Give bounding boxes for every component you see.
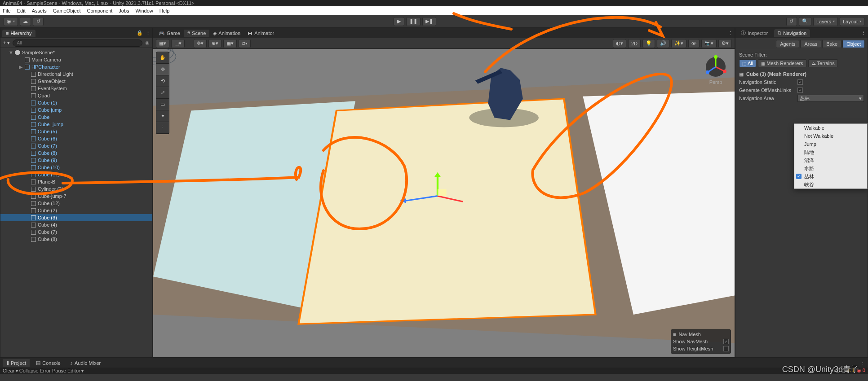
- vp-draw-dropdown[interactable]: ⬚▾: [171, 39, 185, 48]
- scene-root[interactable]: ▼ SampleScene*: [0, 49, 152, 56]
- menu-edit[interactable]: Edit: [17, 8, 26, 13]
- vp-shading-dropdown[interactable]: ▦▾: [156, 39, 169, 48]
- undo-history-button[interactable]: ↺: [786, 17, 797, 26]
- vp-pivot-button[interactable]: ✥▾: [194, 39, 207, 48]
- menu-window[interactable]: Window: [136, 8, 153, 13]
- hierarchy-item[interactable]: Cube (8): [0, 236, 152, 243]
- hierarchy-item[interactable]: Cube (7): [0, 142, 152, 149]
- nav-object-tab[interactable]: Object: [842, 40, 865, 48]
- nav-area-option[interactable]: 沼泽: [794, 156, 867, 164]
- history-button[interactable]: ↺: [33, 17, 44, 26]
- hierarchy-tree[interactable]: ▼ SampleScene* Main Camera▶HPCharacterDi…: [0, 48, 152, 357]
- nav-agents-tab[interactable]: Agents: [776, 40, 799, 48]
- vp-hidden-button[interactable]: 👁: [688, 39, 700, 48]
- search-toolbar-button[interactable]: 🔍: [799, 17, 811, 26]
- cloud-button[interactable]: ☁: [20, 17, 31, 26]
- nav-area-option[interactable]: Walkable: [794, 124, 867, 132]
- tab-animator[interactable]: ⧓ Animator: [244, 30, 278, 37]
- nav-static-checkbox[interactable]: ✓: [797, 79, 803, 85]
- status-info-icon[interactable]: ⓘ 0: [835, 368, 844, 374]
- tool-rect[interactable]: ▭: [156, 99, 169, 110]
- hierarchy-item[interactable]: Cube (6): [0, 135, 152, 142]
- hierarchy-item[interactable]: Directional Light: [0, 70, 152, 78]
- hierarchy-menu-icon[interactable]: ⋮: [146, 30, 151, 36]
- step-button[interactable]: ▶❚: [422, 17, 436, 26]
- hierarchy-item[interactable]: ▶HPCharacter: [0, 63, 152, 70]
- nav-area-option[interactable]: Not Walkable: [794, 132, 867, 140]
- hierarchy-item[interactable]: GameObject: [0, 78, 152, 85]
- hierarchy-item[interactable]: Cube (10): [0, 164, 152, 171]
- nav-area-option[interactable]: 峡谷: [794, 180, 867, 188]
- hierarchy-lock-icon[interactable]: 🔒: [137, 30, 143, 36]
- nav-area-option[interactable]: 水路: [794, 164, 867, 172]
- nav-area-option[interactable]: 陆地: [794, 148, 867, 156]
- tool-transform[interactable]: ✦: [156, 110, 169, 122]
- hierarchy-filter-icon[interactable]: ◉: [145, 40, 150, 46]
- inspector-menu-icon[interactable]: ⋮: [861, 30, 866, 36]
- filter-mesh[interactable]: ▦ Mesh Renderers: [758, 59, 806, 67]
- navigation-tab[interactable]: ⧉ Navigation: [774, 29, 810, 37]
- status-error-icon[interactable]: ◉ 0: [857, 368, 865, 374]
- menu-jobs[interactable]: Jobs: [119, 8, 129, 13]
- vp-camera-button[interactable]: 📷▾: [701, 39, 717, 48]
- inspector-tab[interactable]: ⓘ Inspector: [737, 29, 771, 37]
- gen-links-checkbox[interactable]: ✓: [797, 88, 803, 93]
- status-editor[interactable]: Editor: [67, 368, 80, 373]
- tab-audio[interactable]: ♪ Audio Mixer: [67, 359, 105, 367]
- tab-console[interactable]: ▤ Console: [32, 359, 64, 367]
- nav-area-option[interactable]: Jump: [794, 140, 867, 148]
- vp-audio-button[interactable]: 🔊: [657, 39, 669, 48]
- vp-light-button[interactable]: 💡: [642, 39, 655, 48]
- nav-area-dropdown[interactable]: 丛林▾: [797, 95, 864, 102]
- play-button[interactable]: ▶: [394, 17, 404, 26]
- tool-move[interactable]: ✥: [156, 64, 169, 75]
- filter-all[interactable]: ⬚ All: [739, 59, 756, 67]
- tool-rotate[interactable]: ⟲: [156, 75, 169, 87]
- hierarchy-item[interactable]: Cube (12): [0, 200, 152, 207]
- vp-fx-button[interactable]: ✨▾: [671, 39, 686, 48]
- hierarchy-item[interactable]: Cube (3): [0, 214, 152, 221]
- hierarchy-item[interactable]: Main Camera: [0, 56, 152, 63]
- tab-project[interactable]: ▮ Project: [3, 359, 30, 367]
- menu-gameobject[interactable]: GameObject: [53, 8, 81, 13]
- viewport-menu-icon[interactable]: ⋮: [728, 31, 733, 36]
- nav-area-dropdown-popup[interactable]: WalkableNot WalkableJump陆地沼泽水路丛林峡谷: [794, 123, 868, 189]
- hierarchy-add-button[interactable]: + ▾: [3, 40, 10, 46]
- menu-help[interactable]: Help: [159, 8, 170, 13]
- vp-gizmos-button[interactable]: ⚙▾: [718, 39, 732, 48]
- hierarchy-item[interactable]: Cube (1): [0, 99, 152, 106]
- account-dropdown[interactable]: ◉: [4, 17, 18, 26]
- scene-3d-viewport[interactable]: ✋ ✥ ⟲ ⤢ ▭ ✦ ⋮ Persp ≡ Nav Mesh Show NavM…: [153, 49, 735, 357]
- vp-local-button[interactable]: ⊕▾: [208, 39, 221, 48]
- menu-component[interactable]: Component: [87, 8, 112, 13]
- hierarchy-item[interactable]: Cube (11): [0, 171, 152, 178]
- hierarchy-item[interactable]: Cube (4): [0, 221, 152, 228]
- hierarchy-item[interactable]: Cube -jump: [0, 121, 152, 128]
- menu-assets[interactable]: Assets: [32, 8, 47, 13]
- layout-dropdown[interactable]: Layout: [840, 17, 864, 26]
- status-warn-icon[interactable]: ⚠ 1: [846, 368, 855, 374]
- hierarchy-item[interactable]: Cube (8): [0, 149, 152, 157]
- tab-game[interactable]: 🎮 Game: [155, 30, 184, 37]
- hierarchy-item[interactable]: Quad: [0, 92, 152, 99]
- hierarchy-item[interactable]: Cube (2): [0, 207, 152, 214]
- tab-animation[interactable]: ◈ Animation: [209, 30, 244, 37]
- hierarchy-item[interactable]: Cube (7): [0, 228, 152, 236]
- show-hm-checkbox[interactable]: [723, 346, 729, 351]
- orientation-gizmo[interactable]: Persp: [702, 54, 729, 86]
- layers-dropdown[interactable]: Layers: [813, 17, 838, 26]
- pause-button[interactable]: ❚❚: [406, 17, 421, 26]
- status-error-pause[interactable]: Error Pause: [40, 368, 66, 373]
- hierarchy-item[interactable]: EventSystem: [0, 85, 152, 92]
- vp-snap-button[interactable]: ⧉▾: [239, 39, 251, 48]
- show-navmesh-checkbox[interactable]: ✓: [723, 339, 729, 344]
- hierarchy-item[interactable]: Cylinder (2): [0, 185, 152, 193]
- hierarchy-tab[interactable]: ≡ Hierarchy: [2, 30, 35, 37]
- hierarchy-item[interactable]: Cube-jump-7: [0, 193, 152, 200]
- vp-effects-button[interactable]: ◐▾: [613, 39, 626, 48]
- bottom-menu-icon[interactable]: ⋮: [860, 360, 865, 366]
- vp-grid-button[interactable]: ▦▾: [223, 39, 237, 48]
- hierarchy-item[interactable]: Cube (5): [0, 128, 152, 135]
- tool-hand[interactable]: ✋: [156, 52, 169, 64]
- filter-terrain[interactable]: ⛰ Terrains: [808, 59, 838, 67]
